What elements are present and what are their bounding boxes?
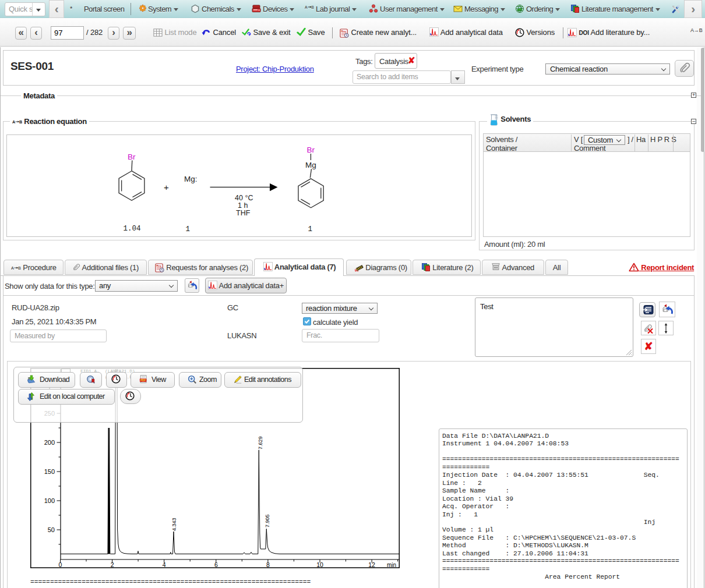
svg-text:7.905: 7.905 [265,514,270,527]
svg-text:12: 12 [368,561,375,568]
svg-text:1: 1 [186,225,191,233]
svg-text:2: 2 [111,561,114,568]
svg-text:150: 150 [44,468,55,475]
svg-text:7.629: 7.629 [258,436,263,449]
svg-text:+: + [164,182,169,192]
svg-text:Br: Br [128,153,136,161]
svg-text:8: 8 [266,561,270,568]
svg-text:100: 100 [44,497,55,504]
svg-text:200: 200 [44,439,55,446]
svg-text:6: 6 [214,561,218,568]
svg-text:min: min [387,562,396,568]
svg-text:4.343: 4.343 [171,518,177,531]
svg-text:THF: THF [236,209,251,217]
svg-text:10: 10 [316,561,323,568]
svg-text:1: 1 [308,225,313,233]
svg-text:0: 0 [59,561,62,568]
svg-text:Mg: Mg [305,161,316,169]
svg-text:1.04: 1.04 [124,225,141,233]
svg-text:4: 4 [163,561,166,568]
svg-text:40 °C: 40 °C [235,194,253,202]
svg-text:Mg:: Mg: [184,175,198,183]
svg-text:Br: Br [307,146,315,154]
svg-text:1 h: 1 h [238,201,248,210]
svg-text:50: 50 [48,526,55,533]
